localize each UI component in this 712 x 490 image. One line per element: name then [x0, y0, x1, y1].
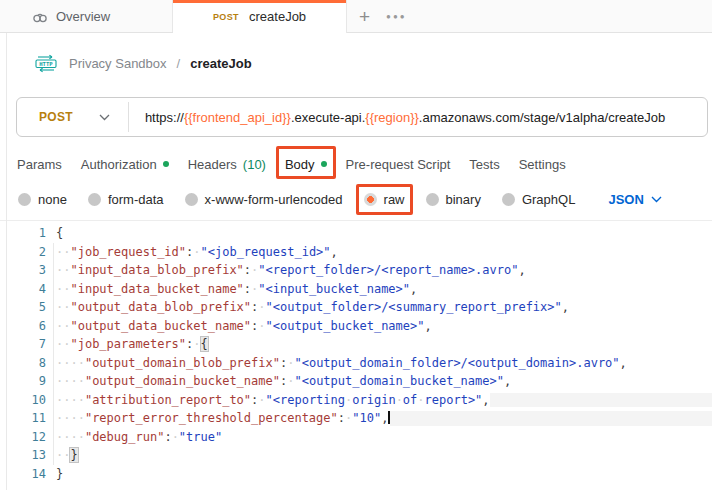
line-filler: [627, 356, 712, 371]
url-text: .amazonaws.com/stage/v1alpha/createJob: [419, 110, 665, 125]
request-tab-settings[interactable]: Settings: [519, 147, 566, 181]
language-label: JSON: [608, 192, 643, 207]
code-token: ··: [56, 263, 70, 277]
code-token: ,: [425, 319, 432, 333]
radio-icon: [185, 193, 198, 206]
request-tab-label: Headers: [188, 157, 237, 172]
request-tab-count: (10): [243, 157, 266, 172]
code-line-8[interactable]: 8····"output_domain_blob_prefix":·"<outp…: [0, 354, 712, 373]
code-text: ··"job_parameters":·{: [46, 335, 208, 354]
code-token: "output_data_bucket_name": [70, 319, 251, 333]
code-line-2[interactable]: 2··"job_request_id":·"<job_request_id>",: [0, 243, 712, 262]
radio-icon: [426, 193, 439, 206]
body-type-graphql[interactable]: GraphQL: [502, 192, 575, 207]
http-request-icon: HTTP: [33, 54, 59, 73]
radio-icon: [18, 193, 31, 206]
url-input[interactable]: https://{{frontend_api_id}}.execute-api.…: [129, 110, 707, 125]
whitespace-dots: ··: [56, 448, 70, 462]
method-select[interactable]: POST: [17, 98, 128, 136]
code-line-1[interactable]: 1{: [0, 224, 712, 243]
line-filler: [490, 393, 712, 408]
code-line-5[interactable]: 5··"output_data_blob_prefix":·"<output_f…: [0, 298, 712, 317]
whitespace-dots: ··: [56, 263, 70, 277]
line-filler: [63, 226, 712, 241]
line-filler: [78, 448, 712, 463]
code-line-11[interactable]: 11····"report_error_threshold_percentage…: [0, 409, 712, 428]
code-line-12[interactable]: 12····"debug_run":·"true": [0, 428, 712, 447]
request-tab-authorization[interactable]: Authorization: [81, 147, 169, 181]
code-token: :·: [251, 319, 265, 333]
tab-overview[interactable]: Overview: [0, 0, 173, 33]
code-line-14[interactable]: 14}: [0, 465, 712, 484]
whitespace-dots: ·: [258, 319, 265, 333]
request-tab-label: Tests: [469, 157, 499, 172]
code-line-4[interactable]: 4··"input_data_bucket_name":·"<input_buc…: [0, 280, 712, 299]
line-filler: [208, 337, 712, 352]
whitespace-dots: ·: [172, 430, 179, 444]
code-line-7[interactable]: 7··"job_parameters":·{: [0, 335, 712, 354]
code-line-10[interactable]: 10····"attribution_report_to":·"<reporti…: [0, 391, 712, 410]
whitespace-dots: ····: [56, 356, 85, 370]
request-tab-body[interactable]: Body: [285, 147, 327, 181]
request-tab-params[interactable]: Params: [17, 147, 62, 181]
body-type-label: GraphQL: [522, 192, 575, 207]
radio-icon: [88, 193, 101, 206]
request-tab-tests[interactable]: Tests: [469, 147, 499, 181]
body-type-form-data[interactable]: form-data: [88, 192, 164, 207]
whitespace-dots: ····: [56, 393, 85, 407]
line-filler: [63, 467, 712, 482]
code-token: ,: [331, 245, 338, 259]
request-tabs: ParamsAuthorizationHeaders(10)BodyPre-re…: [0, 147, 712, 181]
code-line-3[interactable]: 3··"input_data_blob_prefix":·"<report_fo…: [0, 261, 712, 280]
code-token: "output_domain_bucket_name": [85, 374, 280, 388]
whitespace-dots: ·: [417, 393, 424, 407]
line-filler: [511, 374, 712, 389]
radio-selected-icon: [364, 193, 377, 206]
whitespace-dots: ·: [193, 245, 200, 259]
code-token: :·: [280, 356, 294, 370]
url-variable: {{frontend_api_id}}: [184, 110, 291, 125]
body-code-editor[interactable]: 1{2··"job_request_id":·"<job_request_id>…: [0, 220, 712, 483]
code-token: ··: [56, 282, 70, 296]
code-text: ··"input_data_blob_prefix":·"<report_fol…: [46, 261, 526, 280]
breadcrumb-collection[interactable]: Privacy Sandbox: [69, 56, 167, 71]
code-token: :·: [244, 263, 258, 277]
code-token: "output_domain_blob_prefix": [85, 356, 280, 370]
line-filler: [222, 430, 712, 445]
whitespace-dots: ·: [396, 393, 403, 407]
pane-left-border: [6, 33, 7, 490]
request-tab-label: Authorization: [81, 157, 157, 172]
new-tab-button plus-icon[interactable]: +: [359, 7, 370, 26]
code-token: :·: [244, 282, 258, 296]
code-line-9[interactable]: 9····"output_domain_bucket_name":·"<outp…: [0, 372, 712, 391]
request-tab-headers[interactable]: Headers(10): [188, 147, 266, 181]
code-token: ,: [620, 356, 627, 370]
language-select[interactable]: JSON: [608, 192, 661, 207]
tab-bar: Overview POST createJob + ●●●: [0, 0, 712, 33]
request-tab-label: Settings: [519, 157, 566, 172]
body-type-label: x-www-form-urlencoded: [205, 192, 343, 207]
body-type-x-www-form-urlencoded[interactable]: x-www-form-urlencoded: [185, 192, 343, 207]
more-options-button ellipsis-icon[interactable]: ●●●: [386, 12, 407, 21]
code-token: }: [70, 448, 77, 462]
code-line-6[interactable]: 6··"output_data_bucket_name":·"<output_b…: [0, 317, 712, 336]
tab-label: Overview: [56, 9, 110, 24]
whitespace-dots: ·: [345, 393, 352, 407]
code-token: :·: [338, 411, 352, 425]
whitespace-dots: ·: [193, 337, 200, 351]
request-tab-label: Pre-request Script: [346, 157, 451, 172]
body-type-raw[interactable]: raw: [364, 192, 405, 207]
body-type-none[interactable]: none: [18, 192, 67, 207]
body-type-label: binary: [446, 192, 481, 207]
url-variable: {{region}}: [365, 110, 419, 125]
breadcrumb-request-name: createJob: [190, 56, 251, 71]
whitespace-dots: ··: [56, 337, 70, 351]
tab-createjob[interactable]: POST createJob: [173, 0, 347, 33]
code-line-13[interactable]: 13··}: [0, 446, 712, 465]
body-type-binary[interactable]: binary: [426, 192, 481, 207]
line-filler: [432, 319, 712, 334]
request-tab-pre-request-script[interactable]: Pre-request Script: [346, 147, 451, 181]
tab-method-badge: POST: [213, 12, 239, 22]
whitespace-dots: ·: [258, 300, 265, 314]
modified-dot-icon: [321, 161, 327, 167]
